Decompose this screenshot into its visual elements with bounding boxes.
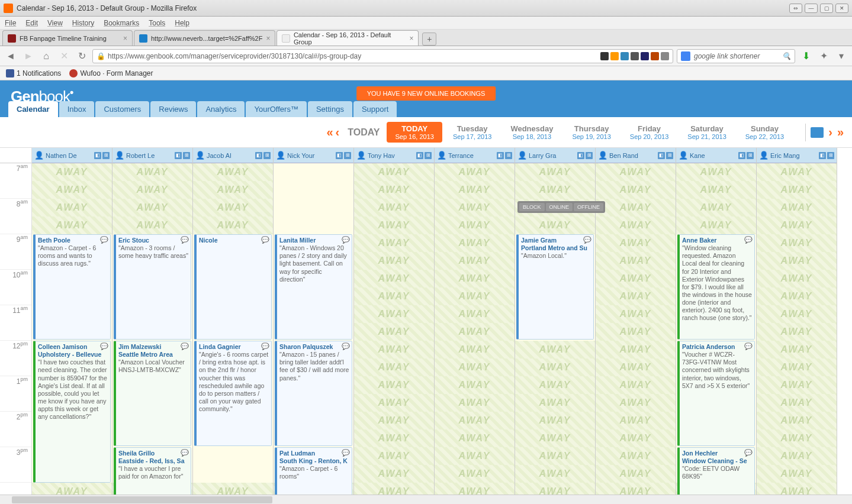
prev-day-icon[interactable]: ‹ [336,125,340,139]
staff-header-icons[interactable]: ◧⊞ [738,152,754,159]
staff-header[interactable]: 👤 Jacob Al ◧⊞ [193,148,273,163]
nav-tab-customers[interactable]: Customers [95,101,149,117]
staff-header[interactable]: 👤 Nick Your ◧⊞ [274,148,353,163]
nav-tab-analytics[interactable]: Analytics [197,101,245,117]
time-label: 7am [0,163,31,199]
staff-header[interactable]: 👤 Nathen De ◧⊞ [32,148,112,163]
nav-forward-button[interactable]: ► [21,49,36,63]
staff-header-icons[interactable]: ◧⊞ [416,152,432,159]
nav-tab-settings[interactable]: Settings [308,101,352,117]
close-icon[interactable]: × [120,34,127,43]
day-button[interactable]: Tuesday Sep 17, 2013 [445,122,500,143]
appointment[interactable]: 💬 Sharon Palquszek "Amazon - 15 panes / … [275,341,352,446]
staff-header-icons[interactable]: ◧⊞ [658,152,673,159]
today-label[interactable]: TODAY [348,127,380,138]
menu-edit[interactable]: Edit [25,19,38,27]
url-bar[interactable]: 🔒 https://www.genbook.com/manager/servic… [92,49,673,63]
new-tab-button[interactable]: + [422,33,436,46]
close-icon[interactable]: × [262,34,270,43]
popup-option[interactable]: ONLINE [546,203,573,211]
day-button[interactable]: Sunday Sep 22, 2013 [737,122,792,143]
staff-header[interactable]: 👤 Larry Gra ◧⊞ [515,148,595,163]
bookmark-item[interactable]: Wufoo · Form Manager [69,69,153,77]
staff-body[interactable]: AWAYAWAYAWAYAWAYAWAYAWAYAWAYAWAYAWAYAWAY… [596,163,676,504]
day-button[interactable]: TODAY Sep 16, 2013 [387,122,442,143]
next-day-icon[interactable]: › [828,125,832,139]
nav-tab-inbox[interactable]: Inbox [59,101,95,117]
day-button[interactable]: Saturday Sep 21, 2013 [679,122,734,143]
nav-tab-support[interactable]: Support [353,101,397,117]
staff-header[interactable]: 👤 Ben Rand ◧⊞ [596,148,676,163]
staff-header[interactable]: 👤 Eric Mang ◧⊞ [757,148,837,163]
appointment[interactable]: 💬 Patricia Anderson "Voucher # WCZR-73FG… [677,341,755,446]
popup-option[interactable]: OFFLINE [574,203,603,211]
nav-reload-button[interactable]: ↻ [75,49,89,63]
day-button[interactable]: Thursday Sep 19, 2013 [564,122,619,143]
browser-tab[interactable]: http://www.neverb...target=%2Faff%2F × [134,30,275,46]
download-icon[interactable]: ⬇ [799,49,813,63]
staff-body[interactable]: AWAYAWAYAWAYAWAYAWAYAWAYAWAYAWAYAWAYAWAY… [757,163,837,504]
staff-header-icons[interactable]: ◧⊞ [336,152,351,159]
day-button[interactable]: Wednesday Sep 18, 2013 [502,122,561,143]
next-week-icon[interactable]: » [837,125,844,139]
menu-help[interactable]: Help [175,19,189,27]
browser-tab[interactable]: FB Fanpage Timeline Training × [2,30,133,46]
popup-option[interactable]: BLOCK [519,203,545,211]
appointment[interactable]: 💬 Lanita Miller "Amazon - Windows 20 pan… [275,234,352,340]
appointment[interactable]: 💬 Beth Poole "Amazon - Carpet - 6 rooms … [33,234,111,340]
calendar-view-icon[interactable] [811,127,824,138]
menu-tools[interactable]: Tools [149,19,165,27]
staff-header-icons[interactable]: ◧⊞ [819,152,834,159]
staff-header[interactable]: 👤 Terrance ◧⊞ [435,148,515,163]
nav-home-button[interactable]: ⌂ [39,49,53,63]
nav-tab-youroffers[interactable]: YourOffers™ [246,101,306,117]
appointment[interactable]: 💬 Anne Baker "Window cleaning requested.… [677,234,755,340]
browser-search-box[interactable]: google link shortener 🔍 [677,49,795,63]
new-bookings-banner[interactable]: YOU HAVE 9 NEW ONLINE BOOKINGS [356,86,496,101]
window-minimize-button[interactable]: — [805,4,818,13]
appointment[interactable]: 💬 Colleen Jamison Upholstery - Bellevue … [33,341,111,483]
day-button[interactable]: Friday Sep 20, 2013 [622,122,677,143]
appointment[interactable]: 💬 Linda Gagnier "Angie's - 6 rooms carpe… [194,341,272,446]
appointment[interactable]: 💬 Jamie Gram Portland Metro and Su "Amaz… [516,234,594,340]
prev-week-icon[interactable]: « [326,125,333,139]
window-restore-button[interactable]: ⇔ [789,4,802,13]
nav-back-button[interactable]: ◄ [4,49,18,63]
window-close-button[interactable]: ✕ [835,4,848,13]
nav-tab-reviews[interactable]: Reviews [150,101,196,117]
appointment[interactable]: 💬 Jim Malzewski Seattle Metro Area "Amaz… [114,341,191,446]
staff-body[interactable]: AWAYAWAYAWAYAWAYAWAYAWAYAWAYAWAYAWAYAWAY… [676,163,756,504]
staff-body[interactable]: AWAYAWAYAWAYAWAYAWAYAWAYAWAYAWAYAWAYAWAY… [112,163,192,504]
bookmark-item[interactable]: 1 Notifications [6,69,61,77]
addon-icon[interactable]: ✦ [816,49,831,63]
staff-body[interactable]: AWAYAWAYAWAYAWAYAWAYAWAYAWAYAWAYAWAYAWAY… [515,163,595,504]
menu-file[interactable]: File [5,19,16,27]
staff-header-icons[interactable]: ◧⊞ [255,152,271,159]
staff-header[interactable]: 👤 Tony Hav ◧⊞ [354,148,434,163]
appointment[interactable]: 💬 Eric Stouc "Amazon - 3 rooms / some he… [114,234,191,340]
staff-body[interactable]: AWAYAWAYAWAYAWAYAWAYAWAYAWAYAWAYAWAYAWAY… [193,163,273,504]
staff-header[interactable]: 👤 Kane ◧⊞ [676,148,756,163]
staff-header-icons[interactable]: ◧⊞ [94,152,110,159]
away-slot: AWAY [354,394,434,412]
staff-body[interactable]: AWAYAWAYAWAYAWAYAWAYAWAYAWAYAWAYAWAYAWAY… [435,163,515,504]
staff-body[interactable]: AWAYAWAYAWAYAWAYAWAYAWAYAWAYAWAYAWAYAWAY… [354,163,434,504]
staff-body[interactable]: AWAYAWAYAWAYAWAYAWAYAWAYAWAYAWAYAWAYAWAY… [274,163,353,504]
close-icon[interactable]: × [406,34,413,43]
browser-tab[interactable]: Calendar - Sep 16, 2013 - Default Group … [277,30,419,46]
menu-dropdown-icon[interactable]: ▾ [834,49,848,63]
staff-body[interactable]: AWAYAWAYAWAYAWAYAWAYAWAYAWAYAWAYAWAYAWAY… [32,163,112,504]
staff-header-icons[interactable]: ◧⊞ [175,152,190,159]
staff-header-icons[interactable]: ◧⊞ [577,152,593,159]
nav-stop-button[interactable]: ✕ [57,49,71,63]
menu-view[interactable]: View [47,19,63,27]
window-maximize-button[interactable]: ▢ [820,4,833,13]
nav-tab-calendar[interactable]: Calendar [8,101,58,117]
staff-header[interactable]: 👤 Robert Le ◧⊞ [112,148,192,163]
block-online-offline-popup[interactable]: BLOCKONLINEOFFLINE [517,201,605,213]
staff-header-icons[interactable]: ◧⊞ [497,152,512,159]
menu-history[interactable]: History [72,19,94,27]
horizontal-scrollbar[interactable] [0,495,852,504]
menu-bookmarks[interactable]: Bookmarks [104,19,139,27]
appointment[interactable]: 💬 Nicole [194,234,272,340]
